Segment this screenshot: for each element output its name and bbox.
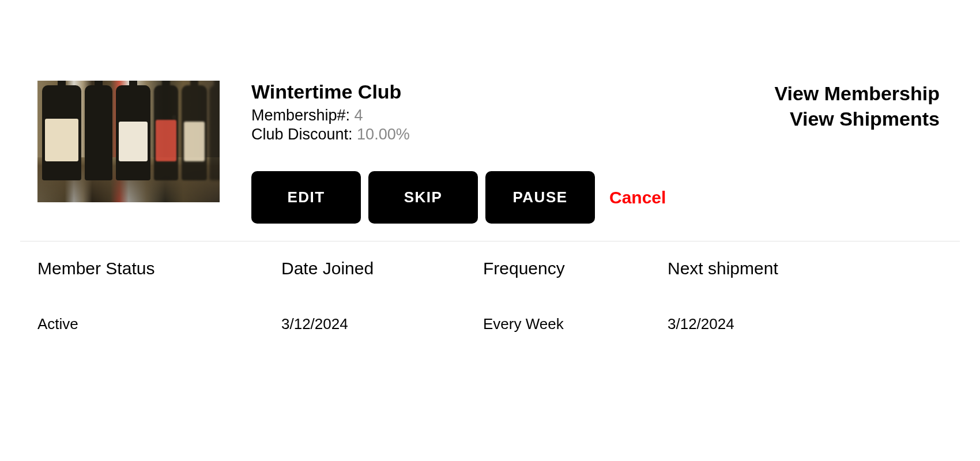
header-main: Wintertime Club Membership#: 4 Club Disc… (251, 81, 940, 224)
discount-value: 10.00% (357, 126, 410, 143)
cancel-link[interactable]: Cancel (609, 188, 666, 207)
next-shipment-column: Next shipment 3/12/2024 (668, 259, 778, 333)
membership-number: 4 (355, 107, 363, 124)
membership-card: Wintertime Club Membership#: 4 Club Disc… (0, 0, 980, 333)
club-image (37, 81, 220, 202)
date-joined-label: Date Joined (281, 259, 483, 278)
skip-button[interactable]: SKIP (368, 171, 478, 224)
next-shipment-value: 3/12/2024 (668, 315, 778, 333)
club-name: Wintertime Club (251, 81, 666, 103)
header-left: Wintertime Club Membership#: 4 Club Disc… (251, 81, 666, 224)
member-status-value: Active (37, 315, 281, 333)
club-discount-line: Club Discount: 10.00% (251, 126, 666, 143)
member-status-column: Member Status Active (37, 259, 281, 333)
frequency-value: Every Week (483, 315, 668, 333)
date-joined-value: 3/12/2024 (281, 315, 483, 333)
edit-button[interactable]: EDIT (251, 171, 361, 224)
membership-number-line: Membership#: 4 (251, 107, 666, 124)
details-row: Member Status Active Date Joined 3/12/20… (37, 241, 940, 333)
pause-button[interactable]: PAUSE (485, 171, 595, 224)
view-shipments-link[interactable]: View Shipments (774, 106, 940, 131)
member-status-label: Member Status (37, 259, 281, 278)
frequency-label: Frequency (483, 259, 668, 278)
header-row: Wintertime Club Membership#: 4 Club Disc… (37, 81, 940, 241)
header-right: View Membership View Shipments (774, 81, 940, 131)
discount-label: Club Discount: (251, 126, 357, 143)
view-membership-link[interactable]: View Membership (774, 81, 940, 106)
frequency-column: Frequency Every Week (483, 259, 668, 333)
action-row: EDIT SKIP PAUSE Cancel (251, 171, 666, 224)
membership-label: Membership#: (251, 107, 355, 124)
next-shipment-label: Next shipment (668, 259, 778, 278)
date-joined-column: Date Joined 3/12/2024 (281, 259, 483, 333)
